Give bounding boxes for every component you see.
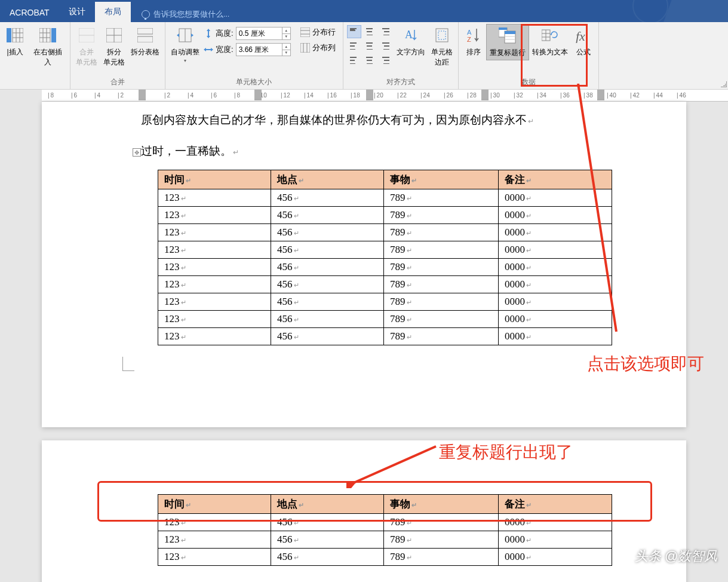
height-spinner[interactable]: ▲▼ bbox=[282, 27, 291, 40]
tab-acrobat[interactable]: ACROBAT bbox=[0, 3, 59, 22]
table-cell[interactable]: 123 bbox=[158, 549, 271, 566]
text-direction-button[interactable]: A 文字方向 bbox=[394, 24, 428, 59]
table-cell[interactable]: 0000 bbox=[499, 275, 612, 293]
table-cell[interactable]: 456 bbox=[271, 275, 384, 293]
repeat-header-rows-button[interactable]: 重复标题行 bbox=[486, 24, 529, 60]
table-cell[interactable]: 456 bbox=[271, 327, 384, 345]
cell-margins-button[interactable]: 单元格 边距 bbox=[428, 24, 456, 69]
height-input[interactable] bbox=[236, 27, 282, 40]
table-row[interactable]: 1234567890000 bbox=[158, 531, 612, 549]
table-cell[interactable]: 789 bbox=[384, 189, 499, 206]
header-note[interactable]: 备注 bbox=[499, 170, 612, 189]
table-cell[interactable]: 789 bbox=[384, 241, 499, 258]
table-cell[interactable]: 789 bbox=[384, 223, 499, 241]
table-cell[interactable]: 789 bbox=[384, 310, 499, 327]
table-cell[interactable]: 123 bbox=[158, 531, 271, 549]
ruler-column-marker[interactable] bbox=[254, 90, 262, 100]
table-cell[interactable]: 789 bbox=[384, 549, 499, 566]
table-cell[interactable]: 789 bbox=[384, 327, 499, 345]
width-input[interactable] bbox=[236, 43, 282, 56]
table-row[interactable]: 1234567890000 bbox=[158, 189, 612, 206]
table-header-row[interactable]: 时间 地点 事物 备注 bbox=[158, 495, 612, 514]
cellsize-group-launcher[interactable] bbox=[721, 81, 727, 87]
table-cell[interactable]: 0000 bbox=[499, 206, 612, 223]
table-cell[interactable]: 789 bbox=[384, 258, 499, 275]
insert-left-button[interactable]: |插入 bbox=[2, 24, 27, 59]
align-mid-center[interactable] bbox=[363, 39, 377, 53]
table-cell[interactable]: 0000 bbox=[499, 223, 612, 241]
table-cell[interactable]: 0000 bbox=[499, 241, 612, 258]
sort-button[interactable]: AZ 排序 bbox=[461, 24, 486, 59]
tell-me-search[interactable]: 告诉我您想要做什么... bbox=[137, 7, 235, 22]
table-cell[interactable]: 456 bbox=[271, 189, 384, 206]
header-thing[interactable]: 事物 bbox=[384, 170, 499, 189]
table-cell[interactable]: 123 bbox=[158, 206, 271, 223]
distribute-cols-button[interactable]: 分布列 bbox=[297, 41, 339, 55]
table-anchor-icon[interactable]: ✥ bbox=[133, 148, 141, 157]
table-cell[interactable]: 789 bbox=[384, 275, 499, 293]
table-cell[interactable]: 789 bbox=[384, 206, 499, 223]
autofit-button[interactable]: 自动调整 ▾ bbox=[168, 24, 202, 66]
table-cell[interactable]: 0000 bbox=[499, 258, 612, 275]
align-top-left[interactable] bbox=[347, 25, 361, 38]
table-row[interactable]: 1234567890000 bbox=[158, 206, 612, 223]
table-cell[interactable]: 456 bbox=[271, 223, 384, 241]
table-row[interactable]: 1234567890000 bbox=[158, 275, 612, 293]
table-cell[interactable]: 456 bbox=[271, 549, 384, 566]
formula-button[interactable]: fx 公式 bbox=[571, 24, 596, 59]
ruler-column-marker[interactable] bbox=[366, 90, 373, 100]
insert-right-button[interactable]: 在右侧插入 bbox=[27, 24, 67, 69]
split-table-button[interactable]: 拆分表格 bbox=[128, 24, 162, 59]
width-spinner[interactable]: ▲▼ bbox=[282, 43, 291, 56]
table-cell[interactable]: 456 bbox=[271, 241, 384, 258]
table-cell[interactable]: 456 bbox=[271, 531, 384, 549]
horizontal-ruler[interactable]: 8642246810121416182022242628303234363840… bbox=[42, 90, 728, 102]
table-cell[interactable]: 123 bbox=[158, 258, 271, 275]
ruler-column-marker[interactable] bbox=[481, 90, 489, 100]
distribute-rows-button[interactable]: 分布行 bbox=[297, 25, 339, 39]
ruler-column-marker[interactable] bbox=[597, 90, 604, 100]
tab-layout[interactable]: 布局 bbox=[95, 2, 131, 22]
table-cell[interactable]: 0000 bbox=[499, 310, 612, 327]
header-place[interactable]: 地点 bbox=[271, 495, 384, 514]
align-bot-center[interactable] bbox=[363, 54, 377, 67]
table-cell[interactable]: 456 bbox=[271, 293, 384, 310]
table-cell[interactable]: 456 bbox=[271, 310, 384, 327]
table-cell[interactable]: 123 bbox=[158, 189, 271, 206]
ruler-column-marker[interactable] bbox=[139, 90, 146, 100]
header-thing[interactable]: 事物 bbox=[384, 495, 499, 514]
align-bot-left[interactable] bbox=[347, 54, 361, 67]
header-time[interactable]: 时间 bbox=[158, 495, 271, 514]
header-note[interactable]: 备注 bbox=[499, 495, 612, 514]
data-table-1[interactable]: 时间 地点 事物 备注 1234567890000123456789000012… bbox=[158, 170, 612, 345]
table-cell[interactable]: 789 bbox=[384, 514, 499, 531]
table-row[interactable]: 1234567890000 bbox=[158, 327, 612, 345]
table-cell[interactable]: 0000 bbox=[499, 189, 612, 206]
align-top-center[interactable] bbox=[363, 25, 377, 38]
table-row[interactable]: 1234567890000 bbox=[158, 223, 612, 241]
align-bot-right[interactable] bbox=[378, 54, 392, 67]
table-row[interactable]: 1234567890000 bbox=[158, 549, 612, 566]
table-row[interactable]: 1234567890000 bbox=[158, 310, 612, 327]
table-cell[interactable]: 123 bbox=[158, 275, 271, 293]
table-cell[interactable]: 0000 bbox=[499, 293, 612, 310]
table-header-row[interactable]: 时间 地点 事物 备注 bbox=[158, 170, 612, 189]
table-cell[interactable]: 789 bbox=[384, 531, 499, 549]
table-row[interactable]: 1234567890000 bbox=[158, 258, 612, 275]
table-cell[interactable]: 0000 bbox=[499, 531, 612, 549]
table-cell[interactable]: 123 bbox=[158, 514, 271, 531]
table-row[interactable]: 1234567890000 bbox=[158, 241, 612, 258]
table-cell[interactable]: 456 bbox=[271, 258, 384, 275]
table-cell[interactable]: 123 bbox=[158, 310, 271, 327]
table-cell[interactable]: 123 bbox=[158, 223, 271, 241]
align-top-right[interactable] bbox=[378, 25, 392, 38]
table-cell[interactable]: 0000 bbox=[499, 327, 612, 345]
table-cell[interactable]: 123 bbox=[158, 293, 271, 310]
table-row[interactable]: 1234567890000 bbox=[158, 514, 612, 531]
table-cell[interactable]: 123 bbox=[158, 241, 271, 258]
split-cells-button[interactable]: 拆分 单元格 bbox=[100, 24, 128, 69]
header-place[interactable]: 地点 bbox=[271, 170, 384, 189]
merge-cells-button[interactable]: 合并 单元格 bbox=[73, 24, 100, 69]
table-row[interactable]: 1234567890000 bbox=[158, 293, 612, 310]
table-cell[interactable]: 456 bbox=[271, 514, 384, 531]
